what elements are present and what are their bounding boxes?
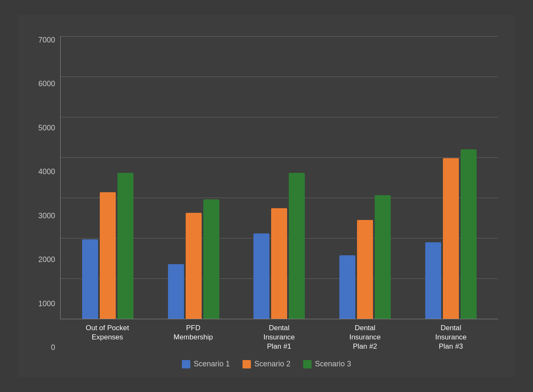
bars-and-grid xyxy=(60,36,498,319)
bar xyxy=(425,242,441,319)
legend-item: Scenario 1 xyxy=(182,360,230,368)
legend-color-box xyxy=(243,360,251,368)
bar-group xyxy=(82,173,133,319)
bar xyxy=(289,173,305,319)
bar-group xyxy=(339,195,391,319)
bar xyxy=(117,173,133,319)
y-axis-label: 7000 xyxy=(38,36,55,44)
bar xyxy=(339,255,355,319)
legend-color-box xyxy=(303,360,312,368)
y-axis-label: 5000 xyxy=(38,124,55,132)
bar xyxy=(168,264,184,319)
bar xyxy=(375,195,391,319)
bar xyxy=(357,220,373,319)
y-axis-label: 4000 xyxy=(38,168,55,175)
legend-item: Scenario 2 xyxy=(243,360,290,368)
y-axis-label: 6000 xyxy=(38,80,55,87)
legend-color-box xyxy=(182,360,190,368)
legend-label: Scenario 3 xyxy=(315,360,351,368)
bar xyxy=(271,208,287,319)
x-axis-label: DentalInsurancePlan #3 xyxy=(421,323,480,351)
chart-area: 70006000500040003000200010000 Out of Poc… xyxy=(35,36,498,351)
bar xyxy=(443,158,459,319)
bar-group xyxy=(425,149,477,319)
y-axis-label: 1000 xyxy=(38,300,55,307)
bar xyxy=(100,192,116,319)
bar xyxy=(253,233,269,319)
x-labels: Out of PocketExpensesPFDMembershipDental… xyxy=(60,319,498,351)
y-axis: 70006000500040003000200010000 xyxy=(35,36,60,351)
x-axis-label: DentalInsurancePlan #1 xyxy=(250,323,309,351)
bar xyxy=(461,149,477,319)
y-axis-label: 0 xyxy=(51,344,55,351)
x-axis-label: PFDMembership xyxy=(164,323,223,351)
bar-group xyxy=(253,173,305,319)
legend-label: Scenario 1 xyxy=(194,360,230,368)
chart-container: 70006000500040003000200010000 Out of Poc… xyxy=(18,15,515,377)
chart-body: Out of PocketExpensesPFDMembershipDental… xyxy=(60,36,498,351)
bars-row xyxy=(61,36,498,319)
x-axis-label: Out of PocketExpenses xyxy=(78,323,137,351)
legend-item: Scenario 3 xyxy=(303,360,351,368)
x-axis-label: DentalInsurancePlan #2 xyxy=(336,323,394,351)
bar xyxy=(203,199,219,319)
y-axis-label: 3000 xyxy=(38,212,55,220)
bar xyxy=(186,213,202,319)
bar xyxy=(82,239,98,319)
y-axis-label: 2000 xyxy=(38,256,55,263)
bar-group xyxy=(168,199,219,319)
legend-label: Scenario 2 xyxy=(254,360,290,368)
legend: Scenario 1Scenario 2Scenario 3 xyxy=(35,360,498,368)
